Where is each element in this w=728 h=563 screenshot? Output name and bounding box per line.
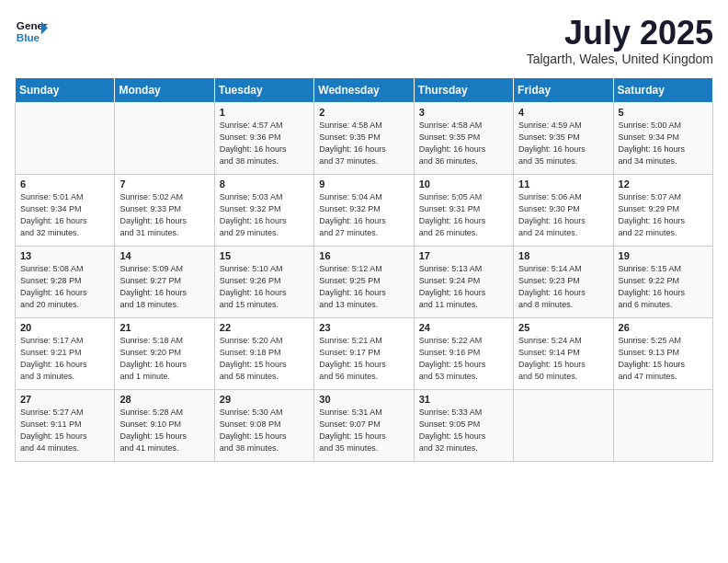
weekday-header-thursday: Thursday [414, 77, 513, 102]
day-number: 27 [20, 394, 109, 405]
day-info: Sunrise: 5:03 AMSunset: 9:32 PMDaylight:… [220, 191, 309, 239]
day-number: 6 [20, 178, 109, 190]
calendar-cell: 7Sunrise: 5:02 AMSunset: 9:33 PMDaylight… [115, 174, 214, 246]
day-info: Sunrise: 5:05 AMSunset: 9:31 PMDaylight:… [419, 191, 508, 239]
day-info: Sunrise: 5:13 AMSunset: 9:24 PMDaylight:… [419, 263, 508, 311]
calendar-cell: 28Sunrise: 5:28 AMSunset: 9:10 PMDayligh… [115, 389, 214, 461]
day-number: 9 [319, 178, 408, 190]
page-header: General Blue July 2025 Talgarth, Wales, … [15, 15, 713, 66]
day-number: 28 [119, 394, 209, 405]
calendar-cell: 20Sunrise: 5:17 AMSunset: 9:21 PMDayligh… [16, 317, 115, 389]
weekday-header-tuesday: Tuesday [214, 77, 313, 102]
calendar-cell: 17Sunrise: 5:13 AMSunset: 9:24 PMDayligh… [414, 246, 513, 317]
calendar-cell: 27Sunrise: 5:27 AMSunset: 9:11 PMDayligh… [16, 389, 115, 461]
calendar-cell: 13Sunrise: 5:08 AMSunset: 9:28 PMDayligh… [16, 246, 115, 317]
day-info: Sunrise: 5:10 AMSunset: 9:26 PMDaylight:… [220, 263, 309, 311]
calendar-table: SundayMondayTuesdayWednesdayThursdayFrid… [15, 77, 713, 462]
day-number: 13 [20, 250, 109, 261]
calendar-cell: 4Sunrise: 4:59 AMSunset: 9:35 PMDaylight… [514, 102, 613, 174]
calendar-cell: 5Sunrise: 5:00 AMSunset: 9:34 PMDaylight… [613, 102, 712, 174]
day-info: Sunrise: 5:30 AMSunset: 9:08 PMDaylight:… [220, 407, 309, 454]
day-info: Sunrise: 4:58 AMSunset: 9:35 PMDaylight:… [319, 120, 408, 167]
title-block: July 2025 Talgarth, Wales, United Kingdo… [527, 15, 713, 66]
day-number: 15 [220, 250, 309, 261]
weekday-header-friday: Friday [514, 77, 613, 102]
day-number: 3 [419, 107, 508, 118]
calendar-cell: 18Sunrise: 5:14 AMSunset: 9:23 PMDayligh… [514, 246, 613, 317]
logo: General Blue [15, 15, 48, 48]
day-info: Sunrise: 4:57 AMSunset: 9:36 PMDaylight:… [220, 120, 309, 167]
calendar-cell: 11Sunrise: 5:06 AMSunset: 9:30 PMDayligh… [514, 174, 613, 246]
calendar-cell: 31Sunrise: 5:33 AMSunset: 9:05 PMDayligh… [414, 389, 513, 461]
day-number: 19 [619, 250, 708, 261]
day-number: 26 [619, 322, 708, 333]
day-number: 16 [319, 250, 408, 261]
week-row-2: 6Sunrise: 5:01 AMSunset: 9:34 PMDaylight… [16, 174, 713, 246]
day-number: 18 [518, 250, 608, 261]
day-info: Sunrise: 5:04 AMSunset: 9:32 PMDaylight:… [319, 191, 408, 239]
day-info: Sunrise: 4:58 AMSunset: 9:35 PMDaylight:… [419, 120, 508, 167]
calendar-cell: 10Sunrise: 5:05 AMSunset: 9:31 PMDayligh… [414, 174, 513, 246]
day-info: Sunrise: 5:15 AMSunset: 9:22 PMDaylight:… [619, 263, 708, 311]
calendar-cell: 9Sunrise: 5:04 AMSunset: 9:32 PMDaylight… [314, 174, 414, 246]
day-number: 7 [119, 178, 209, 190]
day-number: 14 [119, 250, 209, 261]
calendar-body: 1Sunrise: 4:57 AMSunset: 9:36 PMDaylight… [16, 102, 713, 461]
weekday-header-saturday: Saturday [613, 77, 712, 102]
calendar-cell [16, 102, 115, 174]
day-info: Sunrise: 5:22 AMSunset: 9:16 PMDaylight:… [419, 335, 508, 383]
week-row-1: 1Sunrise: 4:57 AMSunset: 9:36 PMDaylight… [16, 102, 713, 174]
calendar-cell: 24Sunrise: 5:22 AMSunset: 9:16 PMDayligh… [414, 317, 513, 389]
day-number: 25 [518, 322, 608, 333]
day-info: Sunrise: 5:17 AMSunset: 9:21 PMDaylight:… [20, 335, 109, 383]
day-info: Sunrise: 5:02 AMSunset: 9:33 PMDaylight:… [119, 191, 209, 239]
day-number: 24 [419, 322, 508, 333]
weekday-header-monday: Monday [115, 77, 214, 102]
day-info: Sunrise: 5:06 AMSunset: 9:30 PMDaylight:… [518, 191, 608, 239]
calendar-cell: 14Sunrise: 5:09 AMSunset: 9:27 PMDayligh… [115, 246, 214, 317]
calendar-cell: 29Sunrise: 5:30 AMSunset: 9:08 PMDayligh… [214, 389, 313, 461]
day-number: 20 [20, 322, 109, 333]
day-info: Sunrise: 5:00 AMSunset: 9:34 PMDaylight:… [619, 120, 708, 167]
day-info: Sunrise: 5:01 AMSunset: 9:34 PMDaylight:… [20, 191, 109, 239]
calendar-cell: 2Sunrise: 4:58 AMSunset: 9:35 PMDaylight… [314, 102, 414, 174]
day-number: 12 [619, 178, 708, 190]
day-info: Sunrise: 5:28 AMSunset: 9:10 PMDaylight:… [119, 407, 209, 454]
week-row-5: 27Sunrise: 5:27 AMSunset: 9:11 PMDayligh… [16, 389, 713, 461]
month-title: July 2025 [527, 15, 713, 52]
day-info: Sunrise: 5:08 AMSunset: 9:28 PMDaylight:… [20, 263, 109, 311]
calendar-cell: 22Sunrise: 5:20 AMSunset: 9:18 PMDayligh… [214, 317, 313, 389]
calendar-cell: 12Sunrise: 5:07 AMSunset: 9:29 PMDayligh… [613, 174, 712, 246]
day-number: 1 [220, 107, 309, 118]
day-info: Sunrise: 5:20 AMSunset: 9:18 PMDaylight:… [220, 335, 309, 383]
svg-text:Blue: Blue [17, 31, 40, 43]
calendar-cell [514, 389, 613, 461]
calendar-cell: 1Sunrise: 4:57 AMSunset: 9:36 PMDaylight… [214, 102, 313, 174]
calendar-cell: 21Sunrise: 5:18 AMSunset: 9:20 PMDayligh… [115, 317, 214, 389]
day-info: Sunrise: 5:07 AMSunset: 9:29 PMDaylight:… [619, 191, 708, 239]
day-info: Sunrise: 5:09 AMSunset: 9:27 PMDaylight:… [119, 263, 209, 311]
day-number: 10 [419, 178, 508, 190]
day-info: Sunrise: 4:59 AMSunset: 9:35 PMDaylight:… [518, 120, 608, 167]
day-number: 31 [419, 394, 508, 405]
day-number: 5 [619, 107, 708, 118]
day-info: Sunrise: 5:27 AMSunset: 9:11 PMDaylight:… [20, 407, 109, 454]
day-number: 17 [419, 250, 508, 261]
calendar-cell: 8Sunrise: 5:03 AMSunset: 9:32 PMDaylight… [214, 174, 313, 246]
calendar-cell: 30Sunrise: 5:31 AMSunset: 9:07 PMDayligh… [314, 389, 414, 461]
weekday-header-wednesday: Wednesday [314, 77, 414, 102]
weekday-header-row: SundayMondayTuesdayWednesdayThursdayFrid… [16, 77, 713, 102]
calendar-cell: 15Sunrise: 5:10 AMSunset: 9:26 PMDayligh… [214, 246, 313, 317]
calendar-cell: 16Sunrise: 5:12 AMSunset: 9:25 PMDayligh… [314, 246, 414, 317]
day-info: Sunrise: 5:24 AMSunset: 9:14 PMDaylight:… [518, 335, 608, 383]
day-number: 4 [518, 107, 608, 118]
calendar-cell: 3Sunrise: 4:58 AMSunset: 9:35 PMDaylight… [414, 102, 513, 174]
calendar-cell [613, 389, 712, 461]
calendar-cell: 19Sunrise: 5:15 AMSunset: 9:22 PMDayligh… [613, 246, 712, 317]
day-number: 29 [220, 394, 309, 405]
calendar-cell: 25Sunrise: 5:24 AMSunset: 9:14 PMDayligh… [514, 317, 613, 389]
day-info: Sunrise: 5:33 AMSunset: 9:05 PMDaylight:… [419, 407, 508, 454]
day-info: Sunrise: 5:18 AMSunset: 9:20 PMDaylight:… [119, 335, 209, 383]
day-number: 8 [220, 178, 309, 190]
day-info: Sunrise: 5:12 AMSunset: 9:25 PMDaylight:… [319, 263, 408, 311]
